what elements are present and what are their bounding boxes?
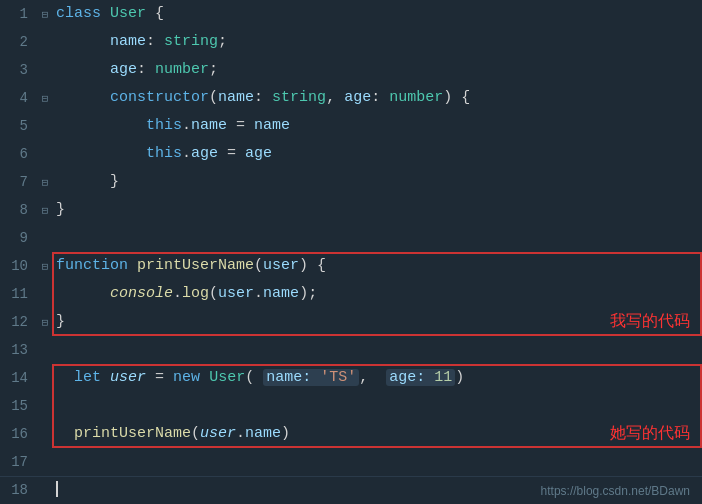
fold-icon[interactable]: ⊟	[38, 92, 52, 105]
line-content: this.name = name	[52, 112, 702, 140]
line-2: 2 name: string;	[0, 28, 702, 56]
line-16: 16 printUserName(user.name) 她写的代码	[0, 420, 702, 448]
fold-icon[interactable]: ⊟	[38, 8, 52, 21]
line-content: constructor(name: string, age: number) {	[52, 84, 702, 112]
line-number: 4	[0, 90, 38, 106]
line-content: let user = new User( name: 'TS', age: 11…	[52, 364, 702, 392]
line-content: age: number;	[52, 56, 702, 84]
line-content: }	[52, 308, 702, 336]
line-6: 6 this.age = age	[0, 140, 702, 168]
line-12: 12 ⊟ } 我写的代码	[0, 308, 702, 336]
annotation-my-code: 我写的代码	[610, 311, 690, 332]
line-number: 18	[0, 482, 38, 498]
line-content	[52, 392, 702, 420]
line-content: class User {	[52, 0, 702, 28]
line-number: 16	[0, 426, 38, 442]
fold-icon[interactable]: ⊟	[38, 204, 52, 217]
line-number: 3	[0, 62, 38, 78]
code-editor: 1 ⊟ class User { 2 name: string; 3 age: …	[0, 0, 702, 504]
line-number: 8	[0, 202, 38, 218]
line-number: 6	[0, 146, 38, 162]
line-content: function printUserName(user) {	[52, 252, 702, 280]
line-content: }	[52, 168, 702, 196]
fold-icon[interactable]: ⊟	[38, 316, 52, 329]
line-content	[52, 336, 702, 364]
line-5: 5 this.name = name	[0, 112, 702, 140]
line-content: name: string;	[52, 28, 702, 56]
line-number: 15	[0, 398, 38, 414]
line-18: 18	[0, 476, 702, 504]
line-number: 5	[0, 118, 38, 134]
line-15: 15	[0, 392, 702, 420]
line-9: 9	[0, 224, 702, 252]
line-content	[52, 476, 702, 504]
annotation-her-code: 她写的代码	[610, 423, 690, 444]
line-content: this.age = age	[52, 140, 702, 168]
line-14: 14 let user = new User( name: 'TS', age:…	[0, 364, 702, 392]
line-number: 2	[0, 34, 38, 50]
fold-icon[interactable]: ⊟	[38, 176, 52, 189]
line-number: 9	[0, 230, 38, 246]
line-number: 12	[0, 314, 38, 330]
fold-icon[interactable]: ⊟	[38, 260, 52, 273]
line-10: 10 ⊟ function printUserName(user) {	[0, 252, 702, 280]
line-number: 1	[0, 6, 38, 22]
line-number: 10	[0, 258, 38, 274]
line-content	[52, 448, 702, 476]
line-13: 13	[0, 336, 702, 364]
line-number: 13	[0, 342, 38, 358]
line-content	[52, 224, 702, 252]
line-number: 14	[0, 370, 38, 386]
line-4: 4 ⊟ constructor(name: string, age: numbe…	[0, 84, 702, 112]
line-11: 11 console.log(user.name);	[0, 280, 702, 308]
line-3: 3 age: number;	[0, 56, 702, 84]
line-17: 17	[0, 448, 702, 476]
line-number: 7	[0, 174, 38, 190]
line-content: console.log(user.name);	[52, 280, 702, 308]
line-content: }	[52, 196, 702, 224]
line-1: 1 ⊟ class User {	[0, 0, 702, 28]
line-content: printUserName(user.name)	[52, 420, 702, 448]
line-8: 8 ⊟ }	[0, 196, 702, 224]
line-number: 17	[0, 454, 38, 470]
code-lines: 1 ⊟ class User { 2 name: string; 3 age: …	[0, 0, 702, 476]
line-7: 7 ⊟ }	[0, 168, 702, 196]
line-number: 11	[0, 286, 38, 302]
